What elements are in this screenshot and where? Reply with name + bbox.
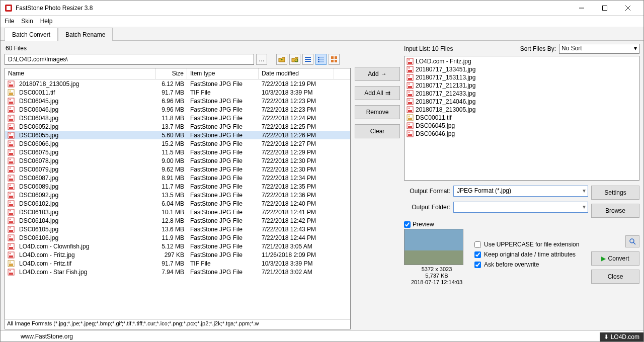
tab-batch-convert[interactable]: Batch Convert — [5, 28, 58, 41]
file-row[interactable]: DSC06075.jpg11.5 MBFastStone JPG File7/2… — [5, 148, 350, 156]
input-list-item[interactable]: DSC06046.jpg — [406, 130, 638, 138]
clear-button[interactable]: Clear — [355, 124, 400, 138]
sort-select[interactable]: No Sort ▾ — [559, 44, 639, 54]
zoom-preview-button[interactable] — [625, 235, 639, 247]
menu-file[interactable]: File — [5, 18, 14, 25]
svg-point-55 — [10, 176, 11, 177]
file-row[interactable]: DSC06104.jpg12.8 MBFastStone JPG File7/2… — [5, 216, 350, 225]
svg-rect-3 — [603, 6, 607, 10]
view-list-button[interactable] — [302, 54, 313, 65]
input-list-item[interactable]: LO4D.com - Fritz.jpg — [406, 57, 638, 65]
input-list-item[interactable]: DSC06045.jpg — [406, 122, 638, 130]
menu-skin[interactable]: Skin — [21, 18, 33, 25]
file-size: 10.1 MB — [156, 209, 187, 216]
svg-point-82 — [10, 252, 11, 254]
file-row[interactable]: 20180718_213005.jpg6.12 MBFastStone JPG … — [5, 79, 350, 88]
close-button[interactable] — [616, 1, 639, 16]
input-list-item[interactable]: 20180718_213005.jpg — [406, 106, 638, 114]
file-row[interactable]: LO4D.com - Star Fish.jpg7.94 MBFastStone… — [5, 268, 350, 276]
file-row[interactable]: DSC06106.jpg11.9 MBFastStone JPG File7/2… — [5, 233, 350, 242]
folder-refresh-button[interactable] — [289, 54, 300, 65]
file-type: FastStone JPG File — [187, 123, 259, 130]
file-row[interactable]: DSC06103.jpg10.1 MBFastStone JPG File7/2… — [5, 208, 350, 216]
svg-point-97 — [409, 75, 410, 77]
file-row[interactable]: LO4D.com - Fritz.tif91.7 MBTIF File10/3/… — [5, 259, 350, 268]
file-name: DSC06106.jpg — [16, 234, 156, 241]
file-row[interactable]: DSC06045.jpg6.96 MBFastStone JPG File7/2… — [5, 97, 350, 105]
svg-point-115 — [409, 124, 410, 125]
file-icon — [407, 106, 414, 113]
folder-up-button[interactable] — [276, 54, 287, 65]
file-row[interactable]: DSC06078.jpg9.00 MBFastStone JPG File7/2… — [5, 156, 350, 165]
file-row[interactable]: DSC06087.jpg8.91 MBFastStone JPG File7/2… — [5, 174, 350, 182]
input-list-item[interactable]: 20180717_133451.jpg — [406, 65, 638, 73]
input-list-item[interactable]: 20180717_212433.jpg — [406, 90, 638, 98]
path-input[interactable] — [5, 54, 254, 65]
input-item-name: 20180717_212131.jpg — [416, 82, 475, 89]
svg-point-34 — [10, 116, 11, 117]
file-row[interactable]: DSC06079.jpg9.62 MBFastStone JPG File7/2… — [5, 165, 350, 174]
close-dialog-button[interactable]: Close — [591, 270, 639, 284]
file-type: FastStone JPG File — [187, 251, 259, 259]
col-size[interactable]: Size — [156, 68, 187, 79]
col-type[interactable]: Item type — [187, 68, 259, 79]
svg-line-120 — [633, 242, 635, 244]
file-row[interactable]: DSC06055.jpg5.60 MBFastStone JPG File7/2… — [5, 131, 350, 139]
file-name: DSC06046.jpg — [16, 106, 156, 113]
add-button[interactable]: Add→ — [355, 67, 400, 81]
add-all-button[interactable]: Add All⇉ — [355, 86, 400, 100]
convert-button[interactable]: ▶Convert — [591, 251, 639, 266]
file-row[interactable]: LO4D.com - Fritz.jpg297 KBFastStone JPG … — [5, 250, 350, 259]
file-icon — [7, 131, 15, 139]
file-icon — [7, 80, 15, 88]
status-url[interactable]: www.FastStone.org — [21, 333, 73, 340]
view-thumb-button[interactable] — [329, 54, 340, 65]
svg-rect-90 — [408, 62, 412, 64]
maximize-button[interactable] — [593, 1, 616, 16]
settings-button[interactable]: Settings — [591, 186, 639, 200]
input-list-item[interactable]: DSC00011.tif — [406, 114, 638, 122]
svg-point-112 — [409, 116, 410, 117]
opt-keep-date[interactable]: Keep original date / time attributes — [474, 251, 586, 258]
opt-ask-overwrite[interactable]: Ask before overwrite — [474, 261, 586, 268]
path-ellipsis-button[interactable]: … — [256, 54, 267, 65]
browse-button[interactable]: Browse — [591, 204, 639, 218]
output-format-select[interactable]: JPEG Format (*.jpg) — [453, 186, 588, 197]
file-icon — [7, 148, 15, 156]
file-row[interactable]: DSC06092.jpg13.5 MBFastStone JPG File7/2… — [5, 191, 350, 199]
svg-rect-78 — [9, 247, 13, 249]
svg-rect-57 — [9, 187, 13, 189]
preview-checkbox[interactable]: Preview — [404, 221, 469, 228]
svg-point-52 — [10, 167, 11, 168]
output-folder-select[interactable] — [453, 202, 588, 213]
file-row[interactable]: DSC06052.jpg13.7 MBFastStone JPG File7/2… — [5, 122, 350, 131]
opt-uppercase[interactable]: Use UPPERCASE for file extension — [474, 241, 586, 248]
file-date: 7/22/2018 12:43 PM — [259, 226, 334, 233]
file-date: 7/22/2018 12:27 PM — [259, 140, 334, 147]
input-list-item[interactable]: 20180717_153113.jpg — [406, 73, 638, 81]
minimize-button[interactable] — [570, 1, 593, 16]
file-row[interactable]: DSC00011.tif91.7 MBTIF File10/3/2018 3:3… — [5, 88, 350, 97]
tab-batch-rename[interactable]: Batch Rename — [58, 28, 113, 41]
format-filter-bar[interactable]: All Image Formats (*.jpg;*.jpe;*.jpeg;*.… — [5, 319, 351, 329]
input-list-item[interactable]: 20180717_214046.jpg — [406, 98, 638, 106]
file-row[interactable]: LO4D.com - Clownfish.jpg5.12 MBFastStone… — [5, 242, 350, 250]
col-name[interactable]: Name — [5, 68, 156, 79]
col-date[interactable]: Date modified — [259, 68, 334, 79]
file-row[interactable]: DSC06089.jpg11.7 MBFastStone JPG File7/2… — [5, 182, 350, 191]
file-row[interactable]: DSC06105.jpg13.6 MBFastStone JPG File7/2… — [5, 225, 350, 233]
svg-point-94 — [409, 67, 410, 69]
file-row[interactable]: DSC06048.jpg11.8 MBFastStone JPG File7/2… — [5, 114, 350, 122]
file-row[interactable]: DSC06046.jpg9.96 MBFastStone JPG File7/2… — [5, 105, 350, 114]
input-list-item[interactable]: 20180717_212131.jpg — [406, 81, 638, 90]
file-icon — [7, 165, 15, 174]
input-item-name: LO4D.com - Fritz.jpg — [416, 58, 471, 65]
file-date: 7/22/2018 12:23 PM — [259, 98, 334, 105]
input-list[interactable]: LO4D.com - Fritz.jpg20180717_133451.jpg2… — [404, 56, 639, 181]
svg-point-100 — [409, 83, 410, 85]
file-row[interactable]: DSC06102.jpg6.04 MBFastStone JPG File7/2… — [5, 199, 350, 208]
menu-help[interactable]: Help — [40, 18, 53, 25]
remove-button[interactable]: Remove — [355, 105, 400, 119]
view-details-button[interactable] — [315, 54, 327, 65]
file-row[interactable]: DSC06066.jpg15.2 MBFastStone JPG File7/2… — [5, 139, 350, 148]
